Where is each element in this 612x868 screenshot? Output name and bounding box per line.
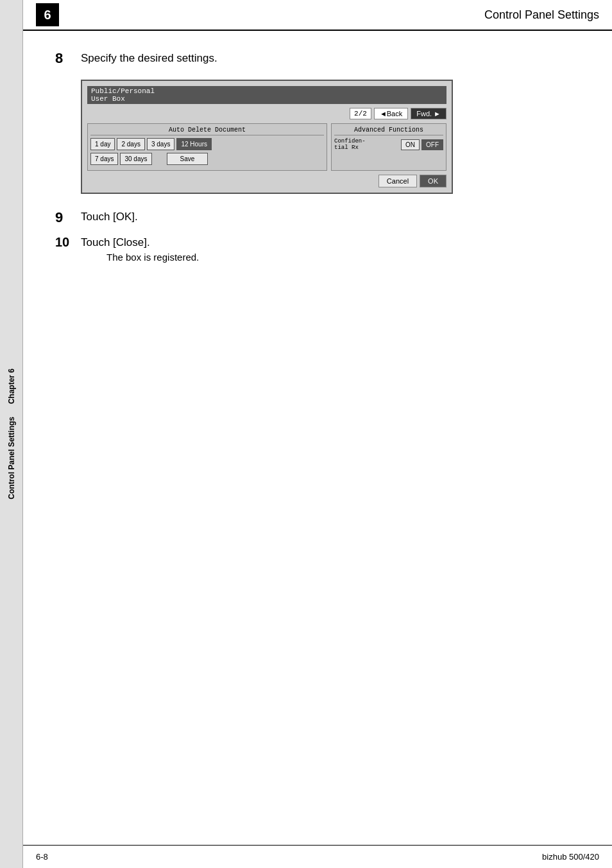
btn-1day[interactable]: 1 day [90, 138, 115, 150]
step-8-number: 8 [55, 50, 81, 67]
btn-30days[interactable]: 30 days [120, 153, 151, 165]
page-title: Control Panel Settings [484, 8, 599, 22]
screen-mockup: Public/Personal User Box 2/2 ◄Back Fwd. … [81, 80, 453, 194]
back-button[interactable]: ◄Back [374, 108, 408, 119]
step-9-container: 9 Touch [OK]. [55, 209, 580, 226]
step-10-text: Touch [Close]. [81, 235, 199, 249]
left-panel-title: Auto Delete Document [90, 126, 324, 135]
right-panel-title: Advanced Functions [334, 126, 443, 135]
ok-button[interactable]: OK [420, 175, 446, 187]
screen-header-line2: User Box [91, 95, 125, 103]
step-10-container: 10 Touch [Close]. The box is registered. [55, 235, 580, 263]
save-button[interactable]: Save [167, 153, 208, 165]
step-10-subtext: The box is registered. [106, 252, 199, 263]
btn-3days[interactable]: 3 days [147, 138, 174, 150]
screen-header: Public/Personal User Box [87, 86, 446, 104]
bottom-bar: 6-8 bizhub 500/420 [23, 845, 612, 868]
confidential-rx-row: Confiden-tial Rx ON OFF [334, 138, 443, 151]
off-button[interactable]: OFF [421, 139, 443, 150]
right-panel: Advanced Functions Confiden-tial Rx ON O… [331, 123, 446, 171]
step-10-content: Touch [Close]. The box is registered. [81, 235, 199, 263]
screen-nav-row: 2/2 ◄Back Fwd. ► [87, 108, 446, 119]
step-9-number: 9 [55, 209, 81, 226]
sidebar: Chapter 6 Control Panel Settings [0, 0, 23, 868]
top-bar: 6 Control Panel Settings [23, 0, 612, 31]
step-8-text: Specify the desired settings. [81, 50, 217, 65]
product-name: bizhub 500/420 [542, 852, 599, 862]
cancel-button[interactable]: Cancel [378, 175, 417, 187]
section-label: Control Panel Settings [7, 417, 16, 499]
btn-12hours[interactable]: 12 Hours [176, 138, 212, 150]
step-8-container: 8 Specify the desired settings. [55, 50, 580, 67]
screen-main-area: Auto Delete Document 1 day 2 days 3 days… [87, 123, 446, 171]
chapter-number: 6 [36, 3, 59, 26]
btn-2days[interactable]: 2 days [117, 138, 144, 150]
btn-7days[interactable]: 7 days [90, 153, 118, 165]
on-button[interactable]: ON [401, 139, 420, 150]
chapter-label: Chapter 6 [7, 369, 16, 404]
buttons-row2: 7 days 30 days Save [90, 153, 324, 165]
step-9-text: Touch [OK]. [81, 209, 138, 223]
step-10-number: 10 [55, 235, 81, 250]
screen-header-line1: Public/Personal [91, 87, 155, 95]
main-content: 8 Specify the desired settings. Public/P… [23, 31, 612, 845]
fwd-button[interactable]: Fwd. ► [411, 108, 446, 119]
page-indicator: 2/2 [350, 108, 371, 119]
confidential-label: Confiden-tial Rx [334, 138, 399, 151]
screen-footer: Cancel OK [87, 175, 446, 187]
page-number: 6-8 [36, 852, 48, 862]
buttons-row1: 1 day 2 days 3 days 12 Hours [90, 138, 324, 150]
left-panel: Auto Delete Document 1 day 2 days 3 days… [87, 123, 327, 171]
